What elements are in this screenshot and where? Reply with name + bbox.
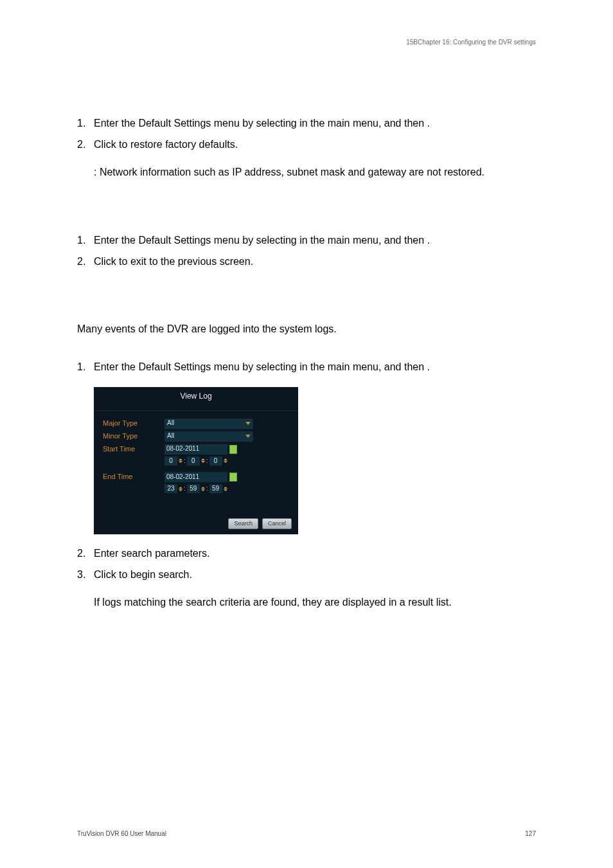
text-fragment: to begin search. (119, 569, 192, 580)
step-text: Enter search parameters. (94, 546, 536, 561)
paragraph: Many events of the DVR are logged into t… (77, 321, 536, 336)
minute-value: 59 (187, 484, 200, 493)
label-start-time: Start Time (103, 444, 158, 455)
search-button[interactable]: Search (228, 518, 258, 529)
list-number: 1. (77, 233, 94, 248)
minute-value: 0 (187, 457, 200, 466)
colon: : (184, 484, 186, 494)
step-text: Enter the Default Settings menu by selec… (94, 116, 536, 131)
colon: : (206, 457, 208, 466)
calendar-icon[interactable] (229, 473, 237, 482)
list-number: 2. (77, 254, 94, 269)
step-text: Enter the Default Settings menu by selec… (94, 233, 536, 248)
page-number: 127 (525, 830, 536, 837)
end-time-spinner[interactable]: 23 : 59 : 59 (164, 484, 289, 494)
spinner-arrows-icon[interactable] (224, 458, 227, 463)
text-fragment: Click (94, 569, 119, 580)
list-number: 3. (77, 567, 94, 582)
text-fragment: Enter the Default Settings menu by selec… (94, 118, 299, 129)
text-fragment: Enter the Default Settings menu by selec… (94, 361, 299, 372)
second-value: 59 (209, 484, 222, 493)
date-value: 08-02-2011 (166, 473, 199, 482)
chevron-down-icon (245, 422, 251, 425)
end-date-field[interactable]: 08-02-2011 (164, 472, 227, 482)
second-value: 0 (209, 457, 222, 466)
spinner-arrows-icon[interactable] (201, 487, 205, 491)
start-date-field[interactable]: 08-02-2011 (164, 444, 227, 455)
spinner-arrows-icon[interactable] (179, 487, 182, 491)
text-fragment: Click (94, 256, 119, 267)
spinner-arrows-icon[interactable] (179, 458, 182, 463)
date-value: 08-02-2011 (166, 444, 199, 454)
hour-value: 0 (164, 457, 177, 466)
text-fragment: . (427, 235, 430, 246)
note-text: : Network information such as IP address… (94, 165, 536, 179)
text-fragment: in the main menu, and then (299, 118, 427, 129)
step-text: Enter the Default Settings menu by selec… (94, 359, 536, 374)
chevron-down-icon (245, 435, 251, 438)
text-fragment: in the main menu, and then (299, 235, 427, 246)
text-fragment: to restore factory defaults. (119, 139, 238, 150)
step-text: Click to exit to the previous screen. (94, 254, 536, 269)
list-number: 2. (77, 546, 94, 561)
spinner-arrows-icon[interactable] (201, 458, 205, 463)
text-fragment: Enter the Default Settings menu by selec… (94, 235, 299, 246)
dropdown-value: All (167, 419, 174, 428)
label-end-time: End Time (103, 472, 158, 482)
minor-type-dropdown[interactable]: All (164, 431, 253, 442)
dropdown-value: All (167, 431, 174, 441)
hour-value: 23 (164, 484, 177, 493)
list-number: 2. (77, 137, 94, 152)
label-minor-type: Minor Type (103, 431, 158, 442)
header-chapter: 15BChapter 16: Configuring the DVR setti… (406, 39, 536, 46)
major-type-dropdown[interactable]: All (164, 419, 253, 429)
spinner-arrows-icon[interactable] (224, 487, 227, 491)
view-log-dialog: View Log Major Type All Minor Type A (94, 387, 298, 534)
cancel-button[interactable]: Cancel (262, 518, 292, 529)
dialog-title: View Log (94, 387, 298, 410)
step-text: Click to restore factory defaults. (94, 137, 536, 152)
list-number: 1. (77, 359, 94, 374)
calendar-icon[interactable] (229, 445, 237, 454)
step-text: Click to begin search. (94, 567, 536, 582)
start-time-spinner[interactable]: 0 : 0 : 0 (164, 457, 289, 466)
text-fragment: . (427, 118, 430, 129)
footer-title: TruVision DVR 60 User Manual (77, 830, 166, 837)
text-fragment: : Network information such as IP address… (94, 167, 484, 177)
text-fragment: to exit to the previous screen. (119, 256, 253, 267)
label-major-type: Major Type (103, 419, 158, 429)
text-fragment: . (427, 361, 430, 372)
text-fragment: in the main menu, and then (299, 361, 427, 372)
list-number: 1. (77, 116, 94, 131)
colon: : (206, 484, 208, 494)
text-fragment: Click (94, 139, 119, 150)
paragraph: If logs matching the search criteria are… (94, 595, 536, 610)
colon: : (184, 457, 186, 466)
